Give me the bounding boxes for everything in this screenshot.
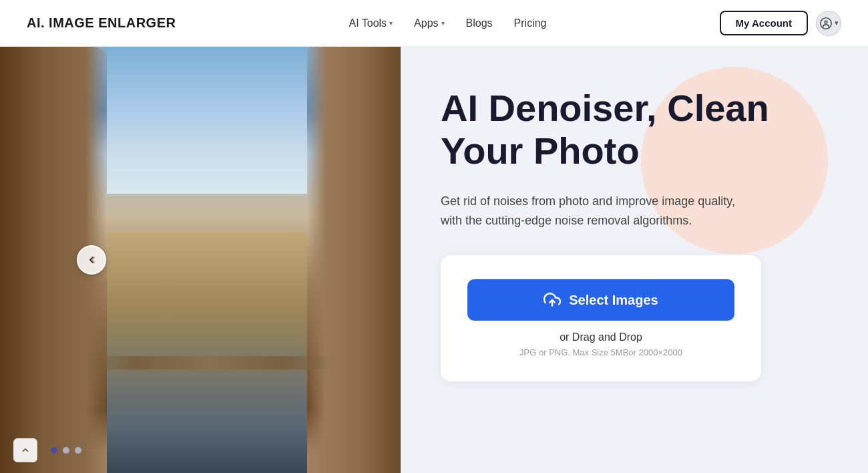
cliff-right — [307, 47, 401, 473]
gorge-middle — [107, 232, 307, 473]
carousel-dots — [51, 447, 81, 454]
bridge — [87, 356, 334, 369]
nav-blogs[interactable]: Blogs — [466, 17, 493, 29]
user-settings-icon[interactable]: ▾ — [816, 11, 841, 36]
carousel-dot-3[interactable] — [75, 447, 81, 454]
upload-box: Select Images or Drag and Drop JPG or PN… — [441, 255, 761, 381]
apps-chevron-icon: ▾ — [441, 19, 445, 27]
ai-tools-chevron-icon: ▾ — [389, 19, 393, 27]
hero-subtitle: Get rid of noises from photo and improve… — [441, 192, 748, 231]
right-section: AI Denoiser, Clean Your Photo Get rid of… — [401, 47, 868, 473]
nav-ai-tools[interactable]: AI Tools ▾ — [349, 17, 393, 29]
nav-right: My Account ▾ — [720, 11, 841, 36]
user-chevron-icon: ▾ — [835, 19, 839, 27]
select-images-button[interactable]: Select Images — [467, 279, 734, 321]
nav-pricing[interactable]: Pricing — [514, 17, 547, 29]
nav-links: AI Tools ▾ Apps ▾ Blogs Pricing — [349, 17, 546, 29]
main-content: AI Denoiser, Clean Your Photo Get rid of… — [0, 47, 868, 473]
bottom-controls — [0, 438, 868, 462]
carousel-dot-2[interactable] — [63, 447, 69, 454]
drag-drop-text: or Drag and Drop — [467, 331, 734, 343]
navbar: AI. IMAGE ENLARGER AI Tools ▾ Apps ▾ Blo… — [0, 0, 868, 47]
upload-icon — [544, 291, 561, 309]
site-logo: AI. IMAGE ENLARGER — [27, 15, 176, 31]
sky-area — [107, 47, 307, 194]
hero-title: AI Denoiser, Clean Your Photo — [441, 87, 815, 173]
nav-apps[interactable]: Apps ▾ — [414, 17, 444, 29]
hero-image — [0, 47, 401, 473]
carousel-dot-1[interactable] — [51, 447, 57, 454]
my-account-button[interactable]: My Account — [720, 11, 808, 35]
scroll-up-button[interactable] — [13, 438, 37, 462]
carousel-prev-button[interactable] — [77, 245, 106, 275]
hero-image-section — [0, 47, 401, 473]
file-hint-text: JPG or PNG. Max Size 5MBor 2000×2000 — [467, 347, 734, 357]
